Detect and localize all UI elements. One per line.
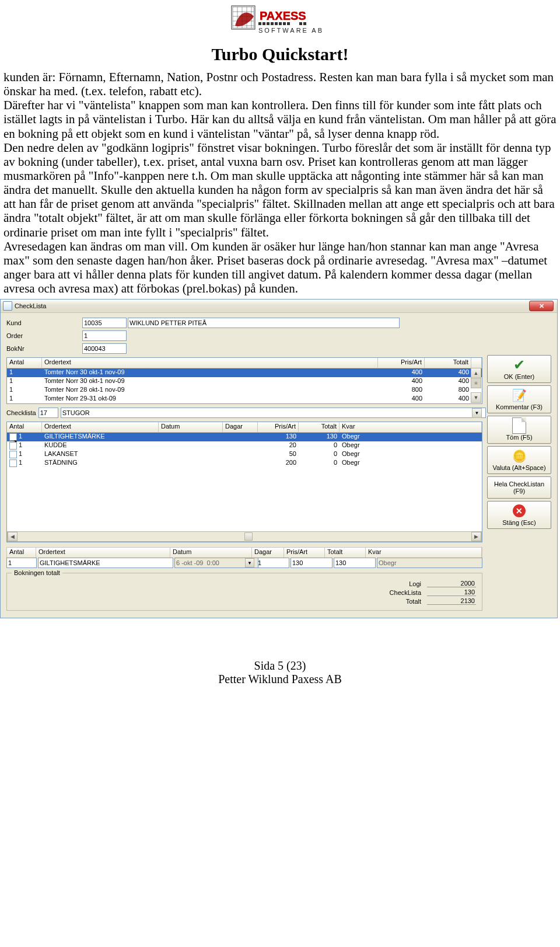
edit-ordertext[interactable] bbox=[38, 558, 173, 568]
table-row[interactable]: 1Tomter Norr 30 okt-1 nov-09400400 bbox=[7, 368, 482, 377]
col-prisart: Pris/Art bbox=[378, 358, 425, 368]
close-icon[interactable]: ✕ bbox=[529, 301, 554, 311]
label-kund: Kund bbox=[6, 319, 82, 326]
edit-pris[interactable] bbox=[290, 558, 332, 568]
checklista-dialog: CheckLista ✕ Kund Order BokNr bbox=[0, 299, 558, 618]
stang-button[interactable]: ✕ Stäng (Esc) bbox=[487, 501, 551, 529]
order-field[interactable] bbox=[82, 330, 127, 341]
table-row[interactable]: 1LAKANSET500Obegr bbox=[7, 450, 482, 459]
checkbox[interactable] bbox=[9, 442, 17, 450]
scroll-thumb[interactable]: ≡ bbox=[471, 378, 481, 388]
page-title: Turbo Quickstart! bbox=[0, 44, 560, 64]
col-ordertext: Ordertext bbox=[42, 358, 378, 368]
titlebar: CheckLista ✕ bbox=[1, 300, 557, 313]
table-row[interactable]: 1Tomter Norr 29-31 okt-09400400 bbox=[7, 395, 482, 403]
svg-rect-3 bbox=[267, 22, 270, 25]
col-datum: Datum bbox=[159, 422, 223, 432]
pencil-icon: 📝 bbox=[488, 387, 551, 403]
table-row[interactable]: 1GILTIGHETSMÄRKE130130Obegr↖ bbox=[7, 433, 482, 441]
summary-box: Bokningen totalt Logi2000 CheckLista130 … bbox=[6, 573, 482, 611]
svg-rect-9 bbox=[299, 22, 302, 25]
logo: PAXESS SOFTWARE AB bbox=[0, 0, 560, 42]
label-order: Order bbox=[6, 332, 82, 339]
cancel-icon: ✕ bbox=[488, 503, 551, 519]
col-dagar: Dagar bbox=[223, 422, 258, 432]
col-totalt2: Totalt bbox=[299, 422, 340, 432]
ok-button[interactable]: ✔ OK (Enter) bbox=[487, 355, 551, 383]
svg-rect-4 bbox=[271, 22, 274, 25]
checkbox[interactable] bbox=[9, 433, 17, 441]
col-ordertext2: Ordertext bbox=[42, 422, 159, 432]
check-icon: ✔ bbox=[488, 357, 551, 373]
valuta-button[interactable]: 🪙 Valuta (Alt+Space) bbox=[487, 446, 551, 474]
check-grid[interactable]: Antal Ordertext Datum Dagar Pris/Art Tot… bbox=[6, 422, 482, 542]
svg-rect-7 bbox=[283, 22, 286, 25]
chevron-down-icon[interactable]: ▼ bbox=[472, 408, 482, 418]
label-checklista: Checklista bbox=[6, 409, 36, 416]
col-antal2: Antal bbox=[7, 422, 42, 432]
tom-button[interactable]: Töm (F5) bbox=[487, 416, 551, 444]
svg-rect-10 bbox=[303, 22, 306, 25]
label-boknr: BokNr bbox=[6, 345, 82, 352]
edit-dagar[interactable] bbox=[256, 558, 289, 568]
scroll-down-icon[interactable]: ▼ bbox=[471, 392, 481, 403]
svg-rect-1 bbox=[258, 22, 261, 25]
checklista-id[interactable] bbox=[38, 408, 58, 418]
col-kvar: Kvar bbox=[340, 422, 482, 432]
window-title: CheckLista bbox=[15, 302, 46, 309]
table-row[interactable]: 1Tomter Norr 30 okt-1 nov-09400400 bbox=[7, 377, 482, 386]
kommentar-button[interactable]: 📝 Kommentar (F3) bbox=[487, 385, 551, 413]
svg-rect-6 bbox=[279, 22, 282, 25]
edit-antal[interactable] bbox=[6, 558, 37, 568]
page-footer: Sida 5 (23) Petter Wiklund Paxess AB bbox=[0, 659, 560, 686]
scroll-up-icon[interactable]: ▲ bbox=[471, 368, 481, 378]
boknr-field[interactable] bbox=[82, 343, 127, 354]
checklista-select[interactable] bbox=[61, 408, 486, 418]
coins-icon: 🪙 bbox=[488, 448, 551, 464]
table-row[interactable]: 1KUDDE200Obegr bbox=[7, 441, 482, 450]
table-row[interactable]: 1STÄDNING2000Obegr bbox=[7, 459, 482, 468]
body-text: kunden är: Förnamn, Efternamn, Nation, P… bbox=[0, 70, 560, 295]
order-grid[interactable]: Antal Ordertext Pris/Art Totalt 1Tomter … bbox=[6, 357, 482, 404]
kund-name-field[interactable] bbox=[128, 318, 400, 328]
table-row[interactable]: 1Tomter Norr 28 okt-1 nov-09800800 bbox=[7, 386, 482, 395]
col-totalt: Totalt bbox=[425, 358, 471, 368]
col-antal: Antal bbox=[7, 358, 42, 368]
svg-rect-5 bbox=[275, 22, 278, 25]
logo-top-word: PAXESS bbox=[260, 9, 306, 22]
hscroll-thumb[interactable] bbox=[244, 532, 253, 541]
svg-rect-2 bbox=[262, 22, 265, 25]
col-prisart2: Pris/Art bbox=[258, 422, 299, 432]
checkbox[interactable] bbox=[9, 451, 17, 458]
hscrollbar[interactable]: ◀ ▶ bbox=[7, 531, 482, 542]
app-icon bbox=[3, 301, 12, 311]
logo-bottom-word: SOFTWARE AB bbox=[258, 27, 324, 34]
edit-tot[interactable] bbox=[334, 558, 376, 568]
checkbox[interactable] bbox=[9, 459, 17, 467]
svg-rect-8 bbox=[287, 22, 290, 25]
edit-kvar bbox=[377, 558, 482, 568]
kund-id-field[interactable] bbox=[82, 318, 127, 328]
blank-page-icon bbox=[488, 417, 551, 434]
chevron-down-icon[interactable]: ▼ bbox=[245, 558, 254, 567]
scroll-right-icon[interactable]: ▶ bbox=[471, 532, 481, 541]
hela-checklistan-button[interactable]: Hela CheckListan (F9) bbox=[487, 476, 551, 499]
scroll-left-icon[interactable]: ◀ bbox=[8, 532, 18, 541]
